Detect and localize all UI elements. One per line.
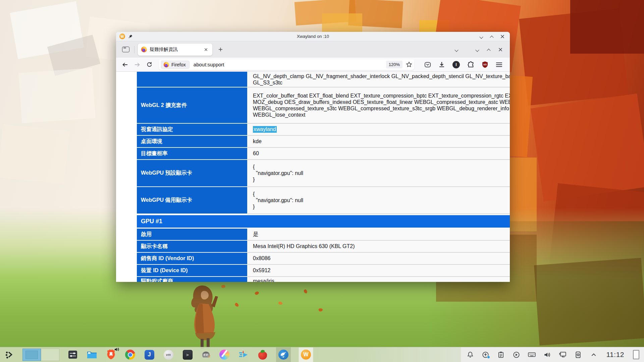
firefox-maximize-button[interactable] [487,48,490,51]
audio-playing-icon [114,347,119,352]
row-value: 0x5912 [247,265,510,277]
bookmark-star-icon[interactable] [406,61,412,68]
table-row: 桌面環境 kde [137,136,510,148]
firefox-chip-icon [164,62,169,67]
row-value: mesa/iris [247,277,510,282]
wallpaper-patch [0,124,70,184]
wallpaper-girl-character [185,283,225,350]
strawberry-icon[interactable] [257,349,268,360]
pocket-icon[interactable] [424,61,431,68]
gimp-icon[interactable] [201,350,211,360]
maximize-button[interactable] [490,35,493,38]
clipboard-icon[interactable] [497,351,505,359]
zoom-level-indicator[interactable]: 120% [386,61,402,68]
vmware-icon[interactable]: vm [163,349,174,360]
notifications-bell-icon[interactable] [466,351,474,359]
show-desktop-widget[interactable] [633,350,639,359]
tab-close-icon[interactable] [202,46,210,53]
virtual-desktop-pager[interactable] [22,349,59,361]
new-tab-button[interactable] [216,45,225,54]
chrome-icon[interactable] [124,349,136,360]
row-label: 目標畫框率 [137,148,247,160]
row-value: { "navigator.gpu": null } [247,187,510,214]
row-value: 60 [247,148,510,160]
table-row: 驅動程式廠商 mesa/iris [137,277,510,282]
url-bar[interactable]: Firefox about:support 120% [159,59,414,70]
dolphin-file-manager-icon[interactable] [86,349,98,360]
falkon-icon [278,350,288,360]
close-button[interactable] [500,35,504,39]
page-content: GL_NV_depth_clamp GL_NV_fragment_shader_… [116,72,510,282]
firefox-minimize-button[interactable] [476,48,479,51]
desktop-2[interactable] [41,349,59,361]
system-settings-icon[interactable] [67,349,78,360]
firefox-window: Xwayland on :10 W 疑難排解資訊 [116,32,510,282]
falkon-task[interactable] [276,347,291,362]
xwayland-task[interactable]: W [299,347,313,362]
konsole-icon[interactable]: > [182,349,193,360]
tabbar-separator [134,46,135,53]
krita-icon[interactable] [219,349,230,360]
row-value: kde [247,136,510,148]
table-row: WebGPU 備用顯示卡 { "navigator.gpu": null } [137,187,510,214]
hamburger-menu-icon[interactable] [496,62,502,68]
table-row: GL_NV_depth_clamp GL_NV_fragment_shader_… [137,72,510,87]
update-badge [487,356,490,359]
ublock-origin-icon[interactable]: UO [482,61,488,68]
wallpaper-patch [570,0,644,54]
pin-icon [128,34,133,39]
desktop-1-active[interactable] [22,349,41,361]
row-label: WebGPU 備用顯示卡 [137,187,247,214]
media-player-icon[interactable] [513,351,521,359]
expand-tray-chevron-icon[interactable] [590,351,598,359]
row-label: 桌面環境 [137,136,247,148]
wallpaper-patch [531,94,644,201]
kde-connect-icon[interactable] [574,351,582,359]
selected-text[interactable]: xwayland [253,126,277,133]
support-table: GL_NV_depth_clamp GL_NV_fragment_shader_… [137,72,510,282]
firefox-close-button[interactable] [498,48,502,52]
kdenlive-icon[interactable] [238,349,249,360]
extensions-puzzle-icon[interactable] [467,61,474,68]
table-row: 視窗通訊協定 xwayland [137,124,510,136]
url-text[interactable]: about:support [194,62,386,67]
keyboard-layout-icon[interactable] [528,351,536,359]
updates-available-icon[interactable] [482,351,490,359]
row-value: GL_NV_depth_clamp GL_NV_fragment_shader_… [247,72,510,87]
row-label: WebGL 2 擴充套件 [137,87,247,124]
system-tray: 11:12 [461,347,644,362]
wallpaper-patch [18,68,96,123]
digital-clock[interactable]: 11:12 [606,351,625,359]
back-button[interactable] [120,60,130,70]
chip-label: Firefox [171,62,186,67]
row-label: 視窗通訊協定 [137,124,247,136]
downloads-icon[interactable] [438,61,445,68]
brave-browser-icon[interactable] [105,349,117,360]
row-label: 顯示卡名稱 [137,241,247,253]
row-value: Mesa Intel(R) HD Graphics 630 (KBL GT2) [247,241,510,253]
row-value: xwayland [247,124,510,136]
table-row: 銷售商 ID (Vendor ID) 0x8086 [137,253,510,265]
table-row: 顯示卡名稱 Mesa Intel(R) HD Graphics 630 (KBL… [137,241,510,253]
list-all-tabs-icon[interactable] [455,48,458,51]
section-header-gpu1: GPU #1 [137,214,510,229]
joplin-icon[interactable]: J [144,349,155,360]
navigation-toolbar: Firefox about:support 120% I UO [116,58,510,72]
row-label: 銷售商 ID (Vendor ID) [137,253,247,265]
xwayland-icon: W [301,350,311,360]
tab-troubleshooting[interactable]: 疑難排解資訊 [138,44,212,56]
row-value: { "navigator.gpu": null } [247,160,510,187]
row-label: 裝置 ID (Device ID) [137,265,247,277]
reload-button[interactable] [144,60,154,70]
search-engine-chip[interactable]: Firefox [161,61,190,69]
extension-icon[interactable]: I [452,61,460,68]
application-launcher-icon[interactable] [3,349,15,360]
minimize-button[interactable] [480,35,483,38]
forward-button[interactable] [132,60,142,70]
volume-icon[interactable] [543,351,551,359]
wired-network-icon[interactable] [559,351,567,359]
window-titlebar[interactable]: Xwayland on :10 W [116,32,510,41]
row-label: 啟用 [137,229,247,241]
wallpaper-patch [322,13,362,34]
firefox-view-icon[interactable] [122,47,129,52]
